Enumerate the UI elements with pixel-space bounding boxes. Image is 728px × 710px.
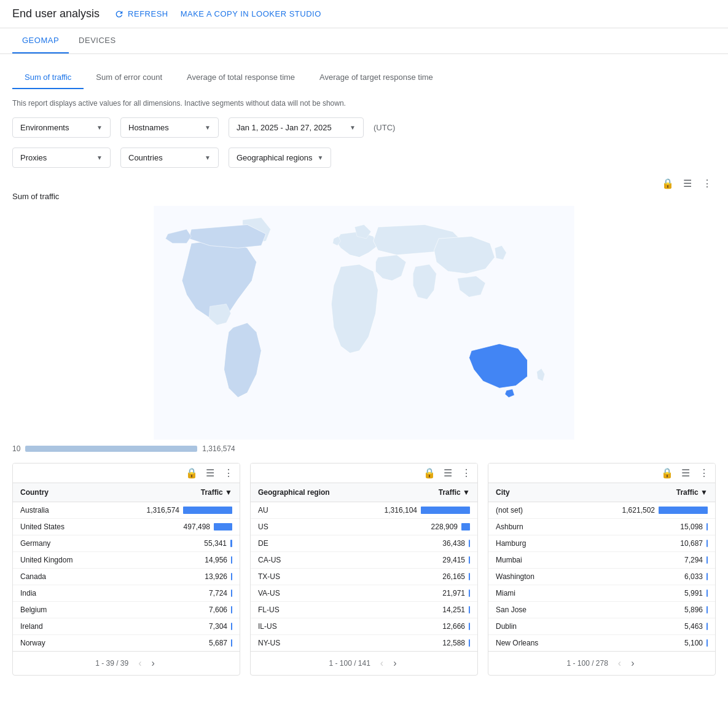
row-name: Miami [488,585,571,602]
more-icon[interactable]: ⋮ [460,467,472,479]
countries-next-btn[interactable]: › [149,657,157,670]
tab-devices[interactable]: DEVICES [69,28,126,53]
chevron-down-icon: ▼ [350,124,356,131]
row-value: 1,621,502 [571,502,715,519]
refresh-label: REFRESH [128,9,168,18]
filter-row-2: Proxies ▼ Countries ▼ Geographical regio… [12,148,716,168]
metric-tab-total-response[interactable]: Average of total response time [174,66,307,89]
proxies-dropdown[interactable]: Proxies ▼ [12,148,111,168]
scale-bar [25,446,197,452]
main-tabs: GEOMAP DEVICES [0,28,728,54]
utc-label: (UTC) [374,123,395,132]
table-row: FL-US14,251 [251,602,477,618]
row-value: 5,687 [104,635,240,652]
world-map [12,206,716,440]
refresh-button[interactable]: REFRESH [114,9,168,19]
header: End user analysis REFRESH MAKE A COPY IN… [0,0,728,28]
proxies-label: Proxies [20,153,47,162]
metric-tab-error[interactable]: Sum of error count [84,66,174,89]
date-range-dropdown[interactable]: Jan 1, 2025 - Jan 27, 2025 ▼ [229,117,364,138]
lock-icon: 🔒 [423,467,436,479]
table-row: TX-US26,165 [251,569,477,585]
table-row: Washington6,033 [488,569,715,585]
row-name: Ireland [13,618,104,635]
table-row: Germany55,341 [13,535,240,552]
geo-regions-table-card: 🔒 ☰ ⋮ Geographical region Traffic ▼ AU1,… [250,463,478,676]
row-name: AU [251,502,356,519]
scale-max: 1,316,574 [202,444,235,453]
geo-regions-label: Geographical regions [237,153,313,162]
row-name: FL-US [251,602,356,618]
row-value: 5,100 [571,635,715,652]
countries-toolbar: 🔒 ☰ ⋮ [13,463,240,483]
hostnames-dropdown[interactable]: Hostnames ▼ [120,117,219,138]
table-row: United States497,498 [13,519,240,535]
filter-row-1: Environments ▼ Hostnames ▼ Jan 1, 2025 -… [12,117,716,138]
table-row: Australia1,316,574 [13,502,240,519]
info-text: This report displays active values for a… [12,99,716,108]
cities-prev-btn[interactable]: ‹ [616,657,624,670]
row-name: Germany [13,535,104,552]
row-name: US [251,519,356,535]
countries-footer: 1 - 39 / 39 ‹ › [13,651,240,675]
lock-icon: 🔒 [186,467,198,479]
metric-tab-target-response[interactable]: Average of target response time [307,66,445,89]
copy-looker-button[interactable]: MAKE A COPY IN LOOKER STUDIO [181,9,321,18]
traffic-col-header[interactable]: Traffic ▼ [356,483,477,502]
header-actions: REFRESH MAKE A COPY IN LOOKER STUDIO [114,9,321,19]
table-row: Hamburg10,687 [488,535,715,552]
cities-next-btn[interactable]: › [628,657,636,670]
scale-min: 10 [12,444,20,453]
row-value: 1,316,574 [104,502,240,519]
row-value: 7,304 [104,618,240,635]
cities-page-nav: ‹ › [616,657,637,670]
geo-regions-pagination: 1 - 100 / 141 [329,659,370,668]
table-row: AU1,316,104 [251,502,477,519]
lock-icon: 🔒 [662,178,674,189]
map-chart-title: Sum of traffic [12,192,716,201]
countries-dropdown[interactable]: Countries ▼ [120,148,219,168]
more-icon[interactable]: ⋮ [698,467,710,479]
row-name: Dublin [488,618,571,635]
countries-table-card: 🔒 ☰ ⋮ Country Traffic ▼ Australia1,316,5… [12,463,240,676]
more-icon[interactable]: ⋮ [701,178,713,189]
country-col-header: Country [13,483,104,502]
filter-icon[interactable]: ☰ [681,178,694,189]
row-name: Belgium [13,602,104,618]
geo-regions-page-nav: ‹ › [378,657,399,670]
map-toolbar: 🔒 ☰ ⋮ [12,178,716,189]
more-icon[interactable]: ⋮ [222,467,235,479]
metric-tab-traffic[interactable]: Sum of traffic [12,66,84,89]
table-row: Ashburn15,098 [488,519,715,535]
table-row: (not set)1,621,502 [488,502,715,519]
environments-dropdown[interactable]: Environments ▼ [12,117,111,138]
geo-regions-next-btn[interactable]: › [391,657,399,670]
row-name: Hamburg [488,535,571,552]
copy-label: MAKE A COPY IN LOOKER STUDIO [181,9,321,18]
table-row: NY-US12,588 [251,635,477,652]
map-svg [12,206,716,440]
table-row: Mumbai7,294 [488,552,715,569]
traffic-col-header[interactable]: Traffic ▼ [571,483,715,502]
filter-icon[interactable]: ☰ [204,467,216,479]
row-value: 36,438 [356,535,477,552]
row-name: TX-US [251,569,356,585]
filter-icon[interactable]: ☰ [679,467,692,479]
geo-regions-toolbar: 🔒 ☰ ⋮ [251,463,477,483]
filter-icon[interactable]: ☰ [442,467,454,479]
countries-pagination: 1 - 39 / 39 [95,659,128,668]
geo-regions-dropdown[interactable]: Geographical regions ▼ [229,148,331,168]
tab-geomap[interactable]: GEOMAP [12,28,69,53]
lock-icon: 🔒 [661,467,673,479]
row-value: 29,415 [356,552,477,569]
geo-regions-prev-btn[interactable]: ‹ [378,657,386,670]
countries-prev-btn[interactable]: ‹ [136,657,144,670]
countries-page-nav: ‹ › [136,657,157,670]
cities-table: City Traffic ▼ (not set)1,621,502Ashburn… [488,483,715,651]
traffic-col-header[interactable]: Traffic ▼ [104,483,240,502]
row-value: 12,666 [356,618,477,635]
chevron-down-icon: ▼ [205,124,211,131]
map-section: 🔒 ☰ ⋮ Sum of traffic [12,178,716,453]
row-name: United Kingdom [13,552,104,569]
map-scale: 10 1,316,574 [12,444,716,453]
